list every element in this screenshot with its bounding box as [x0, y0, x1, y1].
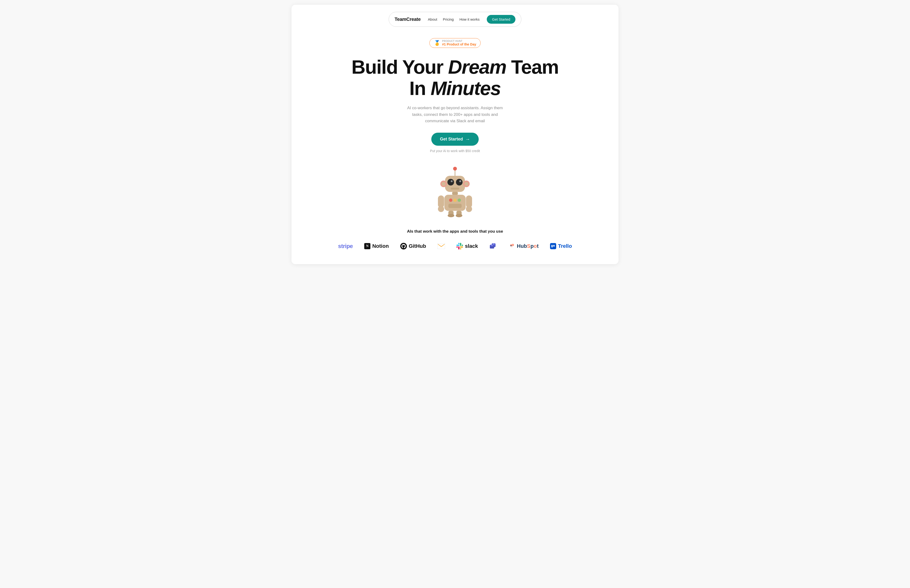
slack-label: slack: [465, 243, 478, 249]
hero-in: In: [409, 78, 426, 99]
nav-link-about[interactable]: About: [428, 17, 437, 21]
svg-point-15: [453, 199, 457, 202]
svg-rect-12: [452, 192, 458, 195]
hero-heading-line1: Build Your Dream Team: [351, 56, 559, 78]
svg-point-1: [453, 167, 457, 171]
stripe-label: stripe: [338, 243, 353, 249]
hero-dream: Dream: [448, 56, 506, 78]
page-wrapper: TeamCreate About Pricing How it works Ge…: [291, 5, 619, 264]
hubspot-dot: S: [527, 243, 530, 249]
logo-trello: Trello: [550, 243, 572, 249]
svg-point-16: [457, 199, 461, 202]
notion-label: Notion: [372, 243, 389, 249]
svg-point-19: [438, 206, 444, 212]
logo-teams: [489, 242, 497, 250]
nav-link-how-it-works[interactable]: How it works: [459, 17, 480, 21]
logo-github: GitHub: [400, 243, 426, 249]
svg-rect-13: [444, 195, 466, 211]
svg-point-21: [466, 206, 472, 212]
nav-logo-bold: Team: [394, 16, 406, 22]
svg-rect-11: [451, 187, 459, 189]
svg-rect-17: [448, 204, 462, 208]
nav-get-started-button[interactable]: Get Started: [487, 15, 516, 24]
teams-icon: [489, 242, 497, 250]
hero-section: Build Your Dream Team In Minutes AI co-w…: [347, 57, 563, 153]
hubspot-label: HubSpot: [517, 243, 539, 249]
hubspot-icon: [508, 243, 515, 249]
svg-point-14: [449, 199, 453, 202]
svg-point-4: [442, 182, 446, 186]
gmail-icon: [438, 243, 445, 249]
svg-point-8: [456, 179, 462, 186]
trello-icon: [550, 243, 556, 249]
nav-link-pricing[interactable]: Pricing: [443, 17, 454, 21]
cta-note: Put your Ai to work with $50 credit: [430, 149, 480, 153]
logos-section: AIs that work with the apps and tools th…: [291, 229, 619, 250]
product-hunt-badge: 🥇 Product Hunt #1 Product of the Day: [429, 38, 481, 48]
hero-heading: Build Your Dream Team In Minutes: [351, 57, 559, 99]
cta-container: Get Started → Put your Ai to work with $…: [351, 132, 559, 153]
github-label: GitHub: [409, 243, 426, 249]
hero-team: Team: [511, 56, 559, 78]
logos-row: stripe N Notion GitHub: [301, 242, 609, 250]
svg-point-9: [451, 180, 453, 182]
trello-label: Trello: [558, 243, 572, 249]
logo-hubspot: HubSpot: [508, 243, 539, 249]
slack-icon: [456, 243, 463, 249]
logo-slack: slack: [456, 243, 478, 249]
svg-point-34: [511, 244, 512, 246]
svg-point-6: [464, 182, 468, 186]
logos-title: AIs that work with the apps and tools th…: [301, 229, 609, 234]
hero-minutes: Minutes: [431, 78, 501, 99]
ph-text: Product Hunt #1 Product of the Day: [442, 40, 476, 46]
svg-point-33: [512, 244, 514, 246]
robot-illustration: [431, 165, 479, 217]
nav-links: About Pricing How it works: [428, 17, 480, 21]
svg-point-24: [448, 214, 454, 217]
github-icon: [400, 243, 407, 249]
svg-point-7: [448, 179, 454, 186]
hero-heading-line2: In Minutes: [409, 78, 501, 99]
nav-logo-regular: Create: [406, 16, 421, 22]
hubspot-dot2: o: [534, 243, 537, 249]
medal-icon: 🥇: [434, 40, 440, 46]
ph-title: #1 Product of the Day: [442, 42, 476, 46]
navbar: TeamCreate About Pricing How it works Ge…: [389, 12, 521, 27]
cta-arrow-icon: →: [466, 136, 470, 142]
hero-get-started-button[interactable]: Get Started →: [431, 132, 478, 146]
svg-rect-31: [490, 246, 494, 249]
svg-point-25: [456, 214, 462, 217]
logo-stripe: stripe: [338, 243, 353, 249]
logo-notion: N Notion: [364, 243, 389, 249]
cta-label: Get Started: [440, 137, 463, 142]
logo-gmail: [438, 243, 445, 249]
notion-icon: N: [364, 243, 370, 249]
ph-label: Product Hunt: [442, 40, 476, 42]
hero-subtext: AI co-workers that go beyond assistants.…: [405, 105, 505, 124]
svg-point-10: [459, 180, 461, 182]
nav-logo: TeamCreate: [394, 16, 421, 22]
robot-svg: [431, 165, 479, 217]
hero-build-your: Build Your: [351, 56, 443, 78]
